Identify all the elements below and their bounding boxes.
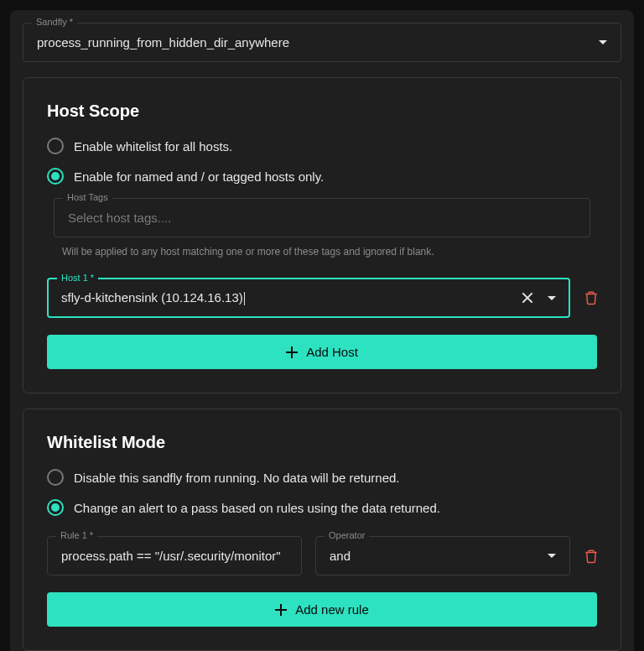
radio-label-change: Change an alert to a pass based on rules…	[74, 501, 440, 515]
radio-label-disable: Disable this sandfly from running. No da…	[74, 471, 400, 485]
chevron-down-icon	[548, 554, 556, 558]
whitelist-mode-section: Whitelist Mode Disable this sandfly from…	[23, 409, 621, 651]
operator-select[interactable]: Operator and	[315, 536, 570, 575]
host-1-input[interactable]: Host 1 * sfly-d-kitchensink (10.124.16.1…	[47, 278, 570, 318]
host-tags-placeholder: Select host tags....	[68, 211, 576, 225]
sandfly-value: process_running_from_hidden_dir_anywhere	[37, 35, 599, 49]
rule-1-value: process.path == "/usr/.security/monitor"	[61, 549, 288, 563]
delete-host-button[interactable]	[584, 290, 597, 305]
operator-value: and	[330, 549, 548, 563]
radio-icon	[47, 469, 64, 486]
host-1-row: Host 1 * sfly-d-kitchensink (10.124.16.1…	[47, 278, 597, 318]
host-1-label: Host 1 *	[57, 273, 98, 283]
radio-icon-checked	[47, 168, 64, 185]
whitelist-mode-title: Whitelist Mode	[47, 433, 597, 452]
plus-icon	[275, 604, 287, 616]
radio-label-all: Enable whitelist for all hosts.	[74, 139, 232, 154]
sandfly-label: Sandfly *	[32, 17, 77, 27]
rule-1-row: Rule 1 * process.path == "/usr/.security…	[47, 536, 597, 575]
host-tags-select[interactable]: Host Tags Select host tags....	[54, 198, 590, 237]
host-scope-section: Host Scope Enable whitelist for all host…	[23, 77, 621, 393]
host-tags-helper: Will be applied to any host matching one…	[62, 246, 590, 258]
clear-icon[interactable]	[521, 291, 534, 305]
add-rule-label: Add new rule	[295, 602, 369, 617]
operator-label: Operator	[325, 530, 369, 540]
trash-icon	[584, 290, 599, 305]
host-scope-title: Host Scope	[47, 102, 597, 121]
rule-1-input[interactable]: Rule 1 * process.path == "/usr/.security…	[47, 536, 302, 575]
host-tags-label: Host Tags	[63, 192, 112, 202]
add-host-label: Add Host	[306, 345, 358, 359]
chevron-down-icon	[599, 40, 607, 44]
radio-icon	[47, 138, 64, 154]
host-1-value: sfly-d-kitchensink (10.124.16.13)	[61, 290, 521, 305]
radio-icon-checked	[47, 499, 64, 516]
trash-icon	[584, 549, 599, 564]
sandfly-select[interactable]: Sandfly * process_running_from_hidden_di…	[23, 23, 621, 62]
plus-icon	[286, 346, 298, 358]
radio-label-named: Enable for named and / or tagged hosts o…	[74, 169, 324, 184]
radio-enable-named[interactable]: Enable for named and / or tagged hosts o…	[47, 168, 597, 185]
radio-enable-all[interactable]: Enable whitelist for all hosts.	[47, 138, 597, 154]
radio-disable-sandfly[interactable]: Disable this sandfly from running. No da…	[47, 469, 597, 486]
rule-1-label: Rule 1 *	[56, 530, 97, 540]
chevron-down-icon[interactable]	[548, 296, 556, 300]
delete-rule-button[interactable]	[584, 549, 597, 564]
add-rule-button[interactable]: Add new rule	[47, 592, 597, 627]
add-host-button[interactable]: Add Host	[47, 335, 597, 369]
radio-change-alert[interactable]: Change an alert to a pass based on rules…	[47, 499, 597, 516]
